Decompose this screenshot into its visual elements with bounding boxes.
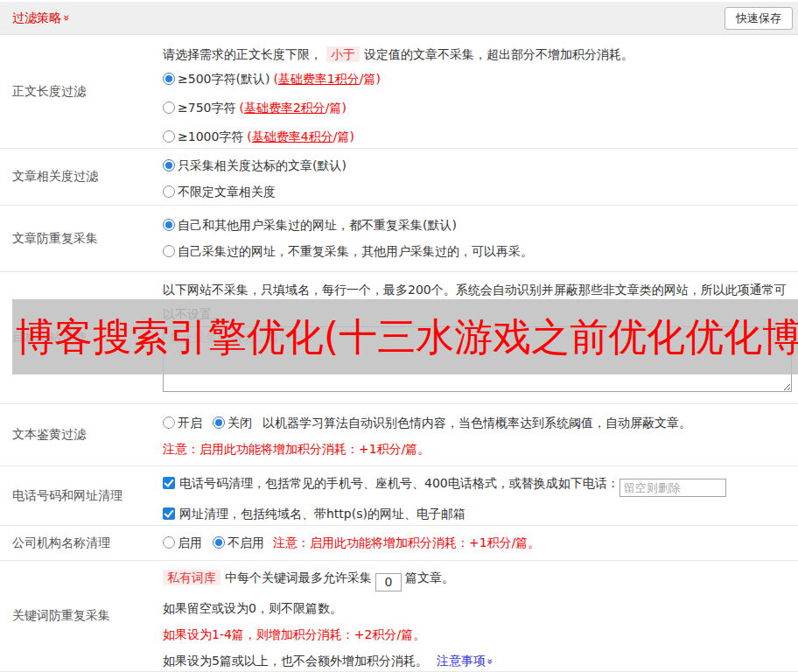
fee-note: (基础费率2积分/篇) xyxy=(239,101,346,115)
checkbox-checked-icon[interactable] xyxy=(163,477,175,489)
fee-close: /篇) xyxy=(326,101,346,115)
fee-main: 基础费率1积分 xyxy=(278,72,360,86)
dedup-option-global[interactable]: 自己和其他用户采集过的网址，都不重复采集(默认) xyxy=(163,215,791,234)
radio-checked-icon[interactable] xyxy=(163,73,175,85)
watermark-text: 博客搜索引擎优化(十三水游戏之前优化优化博 xyxy=(12,318,798,356)
row-label: 文章相关度过滤 xyxy=(0,149,163,205)
keyword-limit-input[interactable] xyxy=(375,573,402,592)
row-content: 请选择需求的正文长度下限，小于设定值的文章不采集，超出部分不增加积分消耗。 ≥5… xyxy=(163,35,798,148)
less-than-tag: 小于 xyxy=(326,46,360,62)
row-label: 公司机构名称清理 xyxy=(0,526,163,560)
row-label: 正文长度过滤 xyxy=(0,35,163,148)
chevron-down-icon: » xyxy=(480,658,500,664)
desc-before: 请选择需求的正文长度下限， xyxy=(163,47,322,61)
topbar: 过滤策略» 快速保存 xyxy=(0,0,798,35)
keyword-note-fee: 如果设为1-4篇，则增加积分消耗：+2积分/篇。 xyxy=(163,625,791,644)
fee-close: /篇) xyxy=(333,130,354,144)
fee-close: /篇) xyxy=(360,72,381,86)
row-keyword-dedup: 关键词防重复采集 私有词库中每个关键词最多允许采集篇文章。 如果留空或设为0，则… xyxy=(0,561,798,672)
phone-clean-option[interactable]: 电话号码清理，包括常见的手机号、座机号、400电话格式，或替换成如下电话： xyxy=(163,473,791,497)
option-off-label: 不启用 xyxy=(228,536,264,550)
option-label: 只采集相关度达标的文章(默认) xyxy=(178,158,346,172)
filter-settings-page: 过滤策略» 快速保存 正文长度过滤 请选择需求的正文长度下限，小于设定值的文章不… xyxy=(0,0,798,672)
quick-save-button[interactable]: 快速保存 xyxy=(724,7,793,30)
length-option-1000[interactable]: ≥1000字符(基础费率4积分/篇) xyxy=(163,127,791,146)
row-length-filter: 正文长度过滤 请选择需求的正文长度下限，小于设定值的文章不采集，超出部分不增加积… xyxy=(0,35,798,149)
row-label: 关键词防重复采集 xyxy=(0,561,163,671)
chevron-down-icon: » xyxy=(60,14,74,21)
row-phone-url-clean: 电话号码和网址清理 电话号码清理，包括常见的手机号、座机号、400电话格式，或替… xyxy=(0,466,798,526)
length-option-500[interactable]: ≥500字符(默认)(基础费率1积分/篇) xyxy=(163,69,791,88)
notice-link[interactable]: 注意事项» xyxy=(437,654,493,668)
keyword-note-zero: 如果留空或设为0，则不限篇数。 xyxy=(163,598,791,618)
row-porn-filter: 文本鉴黄过滤 开启关闭以机器学习算法自动识别色情内容，当色情概率达到系统阈值，自… xyxy=(0,404,798,466)
relevance-option-any[interactable]: 不限定文章相关度 xyxy=(163,182,791,201)
porn-filter-desc: 以机器学习算法自动识别色情内容，当色情概率达到系统阈值，自动屏蔽文章。 xyxy=(262,416,691,430)
radio-checked-icon[interactable] xyxy=(163,159,175,172)
limit-text-end: 篇文章。 xyxy=(405,570,454,584)
row-content: 开启关闭以机器学习算法自动识别色情内容，当色情概率达到系统阈值，自动屏蔽文章。 … xyxy=(163,404,798,466)
row-content: 电话号码清理，包括常见的手机号、座机号、400电话格式，或替换成如下电话： 网址… xyxy=(163,466,798,525)
radio-icon[interactable] xyxy=(163,245,175,257)
fee-note: (基础费率1积分/篇) xyxy=(273,72,381,86)
row-label: 文章防重复采集 xyxy=(0,206,163,271)
dedup-option-own[interactable]: 自己采集过的网址，不重复采集，其他用户采集过的，可以再采。 xyxy=(163,242,791,261)
radio-icon[interactable] xyxy=(163,130,175,143)
checkbox-checked-icon[interactable] xyxy=(163,508,175,520)
length-option-750[interactable]: ≥750字符(基础费率2积分/篇) xyxy=(163,98,791,117)
option-label: ≥750字符 xyxy=(178,101,235,115)
radio-icon[interactable] xyxy=(163,102,175,114)
option-label: ≥500字符(默认) xyxy=(178,72,270,86)
relevance-option-strict[interactable]: 只采集相关度达标的文章(默认) xyxy=(163,156,791,175)
phone-replace-input[interactable] xyxy=(620,479,726,497)
porn-filter-note: 注意：启用此功能将增加积分消耗：+1积分/篇。 xyxy=(163,439,791,458)
option-label: 自己和其他用户采集过的网址，都不重复采集(默认) xyxy=(178,218,457,232)
note-text: 如果设为5篇或以上，也不会额外增加积分消耗。 xyxy=(163,654,428,668)
company-clean-note: 注意：启用此功能将增加积分消耗：+1积分/篇。 xyxy=(273,536,540,550)
option-label: 不限定文章相关度 xyxy=(178,185,276,199)
length-filter-description: 请选择需求的正文长度下限，小于设定值的文章不采集，超出部分不增加积分消耗。 xyxy=(163,45,791,64)
row-company-clean: 公司机构名称清理 启用不启用注意：启用此功能将增加积分消耗：+1积分/篇。 xyxy=(0,526,798,561)
limit-text: 中每个关键词最多允许采集 xyxy=(225,570,372,584)
radio-icon[interactable] xyxy=(163,416,175,429)
checkbox-label: 网址清理，包括纯域名、带http(s)的网址、电子邮箱 xyxy=(179,507,466,521)
keyword-note-five: 如果设为5篇或以上，也不会额外增加积分消耗。注意事项» xyxy=(163,651,791,671)
option-label: ≥1000字符 xyxy=(178,130,243,144)
row-relevance-filter: 文章相关度过滤 只采集相关度达标的文章(默认) 不限定文章相关度 xyxy=(0,149,798,206)
desc-after: 设定值的文章不采集，超出部分不增加积分消耗。 xyxy=(364,47,634,61)
radio-checked-icon[interactable] xyxy=(163,219,175,231)
option-label: 自己采集过的网址，不重复采集，其他用户采集过的，可以再采。 xyxy=(178,244,533,258)
option-off-label: 关闭 xyxy=(228,416,252,430)
row-label: 电话号码和网址清理 xyxy=(0,466,163,525)
radio-checked-icon[interactable] xyxy=(213,536,225,549)
keyword-limit-line: 私有词库中每个关键词最多允许采集篇文章。 xyxy=(163,568,791,592)
checkbox-label: 电话号码清理，包括常见的手机号、座机号、400电话格式，或替换成如下电话： xyxy=(179,476,620,490)
row-content: 只采集相关度达标的文章(默认) 不限定文章相关度 xyxy=(163,149,798,205)
porn-filter-options: 开启关闭以机器学习算法自动识别色情内容，当色情概率达到系统阈值，自动屏蔽文章。 xyxy=(163,413,791,432)
private-lexicon-tag: 私有词库 xyxy=(163,570,220,585)
row-content: 自己和其他用户采集过的网址，都不重复采集(默认) 自己采集过的网址，不重复采集，… xyxy=(163,206,798,271)
option-on-label: 开启 xyxy=(178,416,202,430)
radio-icon[interactable] xyxy=(163,186,175,198)
row-content: 私有词库中每个关键词最多允许采集篇文章。 如果留空或设为0，则不限篇数。 如果设… xyxy=(163,561,798,671)
option-on-label: 启用 xyxy=(178,536,202,550)
fee-main: 基础费率4积分 xyxy=(252,130,333,144)
fee-main: 基础费率2积分 xyxy=(244,101,326,115)
notice-link-text: 注意事项 xyxy=(437,654,486,668)
radio-checked-icon[interactable] xyxy=(213,416,225,429)
page-title-text: 过滤策略 xyxy=(12,10,61,24)
watermark-overlay: 博客搜索引擎优化(十三水游戏之前优化优化博 xyxy=(12,299,798,374)
url-clean-option[interactable]: 网址清理，包括纯域名、带http(s)的网址、电子邮箱 xyxy=(163,504,791,523)
row-content: 启用不启用注意：启用此功能将增加积分消耗：+1积分/篇。 xyxy=(163,526,798,560)
page-title[interactable]: 过滤策略» xyxy=(12,10,71,26)
fee-note: (基础费率4积分/篇) xyxy=(247,130,354,144)
row-label: 文本鉴黄过滤 xyxy=(0,404,163,466)
row-dedup-filter: 文章防重复采集 自己和其他用户采集过的网址，都不重复采集(默认) 自己采集过的网… xyxy=(0,206,798,272)
radio-icon[interactable] xyxy=(163,536,175,549)
